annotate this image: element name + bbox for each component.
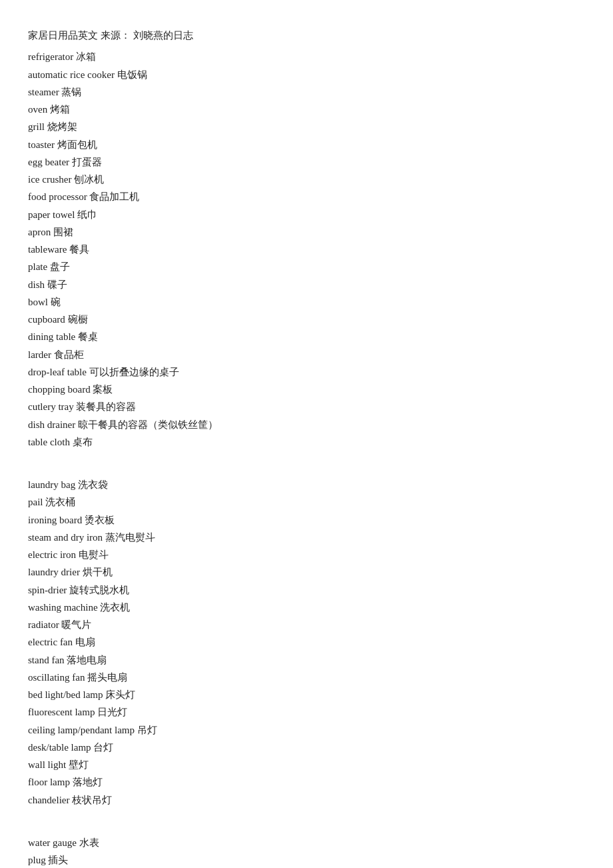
list-item: ceiling lamp/pendant lamp 吊灯 (28, 721, 585, 739)
item-chinese: 烘干机 (83, 567, 113, 577)
item-english: electric iron (28, 549, 76, 560)
list-item: dining table 餐桌 (28, 328, 585, 345)
list-item: plug 插头 (28, 851, 585, 868)
list-item: plate 盘子 (28, 258, 585, 275)
item-chinese: 电熨斗 (79, 549, 109, 560)
item-chinese: 壁灯 (69, 759, 89, 770)
item-english: food processor (28, 191, 87, 202)
item-chinese: 碗 (51, 297, 61, 307)
item-chinese: 电饭锅 (117, 69, 147, 80)
item-chinese: 装餐具的容器 (76, 401, 136, 412)
item-english: dish drainer (28, 419, 75, 430)
item-english: electric fan (28, 637, 73, 647)
item-english: ceiling lamp/pendant lamp (28, 725, 135, 735)
item-chinese: 冰箱 (76, 51, 96, 62)
item-chinese: 烤面包机 (57, 139, 97, 150)
item-english: pail (28, 497, 43, 507)
item-chinese: 桌布 (73, 437, 93, 447)
list-item: ironing board 烫衣板 (28, 511, 585, 529)
item-chinese: 盘子 (50, 261, 70, 272)
item-english: plate (28, 261, 47, 272)
item-english: laundry drier (28, 567, 80, 577)
item-english: bed light/bed lamp (28, 689, 103, 700)
item-english: spin-drier (28, 585, 67, 595)
list-item: electric fan 电扇 (28, 633, 585, 651)
item-chinese: 蒸汽电熨斗 (105, 532, 155, 543)
list-item: table cloth 桌布 (28, 433, 585, 451)
item-chinese: 水表 (79, 837, 99, 848)
list-item: dish drainer 晾干餐具的容器（类似铁丝筐） (28, 416, 585, 433)
item-chinese: 碟子 (47, 279, 67, 290)
item-chinese: 可以折叠边缘的桌子 (89, 367, 179, 377)
item-chinese: 烧烤架 (47, 121, 77, 132)
item-english: oscillating fan (28, 672, 85, 683)
item-english: toaster (28, 139, 55, 150)
list-item: bowl 碗 (28, 293, 585, 311)
list-item: larder 食品柜 (28, 346, 585, 363)
list-item: oven 烤箱 (28, 101, 585, 118)
list-item: cutlery tray 装餐具的容器 (28, 398, 585, 415)
list-item: paper towel 纸巾 (28, 206, 585, 223)
item-chinese: 案板 (93, 384, 113, 395)
list-item: chopping board 案板 (28, 381, 585, 398)
item-english: chandelier (28, 795, 69, 805)
item-english: chopping board (28, 384, 91, 395)
item-chinese: 碗橱 (68, 314, 88, 325)
item-english: dish (28, 279, 45, 290)
page-title: 家居日用品英文 来源： 刘晓燕的日志 (28, 27, 585, 44)
item-chinese: 落地灯 (73, 777, 103, 787)
list-item: laundry drier 烘干机 (28, 563, 585, 581)
list-item: fluorescent lamp 日光灯 (28, 703, 585, 721)
item-english: dining table (28, 331, 75, 342)
item-chinese: 食品柜 (54, 349, 84, 360)
item-chinese: 枝状吊灯 (72, 795, 112, 805)
item-chinese: 台灯 (93, 742, 113, 753)
item-chinese: 烤箱 (50, 104, 70, 115)
item-english: steamer (28, 87, 59, 97)
item-chinese: 打蛋器 (72, 157, 102, 167)
item-english: automatic rice cooker (28, 69, 115, 80)
item-english: table cloth (28, 437, 70, 447)
list-item: chandelier 枝状吊灯 (28, 791, 585, 809)
item-chinese: 餐桌 (78, 331, 98, 342)
list-item: wall light 壁灯 (28, 756, 585, 773)
item-english: desk/table lamp (28, 742, 91, 753)
item-english: drop-leaf table (28, 367, 87, 377)
list-item: steamer 蒸锅 (28, 83, 585, 101)
list-item: automatic rice cooker 电饭锅 (28, 66, 585, 83)
item-chinese: 旋转式脱水机 (69, 585, 129, 595)
item-english: ironing board (28, 515, 82, 525)
list-item: oscillating fan 摇头电扇 (28, 669, 585, 686)
item-chinese: 烫衣板 (85, 515, 115, 525)
item-chinese: 插头 (48, 855, 68, 865)
item-english: fluorescent lamp (28, 707, 95, 717)
list-item: spin-drier 旋转式脱水机 (28, 581, 585, 599)
list-item: floor lamp 落地灯 (28, 773, 585, 791)
item-chinese: 洗衣机 (100, 602, 130, 613)
item-english: steam and dry iron (28, 532, 103, 543)
item-chinese: 暖气片 (61, 619, 91, 630)
item-chinese: 食品加工机 (89, 191, 139, 202)
item-english: wall light (28, 759, 66, 770)
item-chinese: 晾干餐具的容器（类似铁丝筐） (78, 419, 218, 430)
item-english: cutlery tray (28, 401, 74, 412)
list-item: apron 围裙 (28, 223, 585, 241)
list-item: steam and dry iron 蒸汽电熨斗 (28, 529, 585, 546)
list-item: laundry bag 洗衣袋 (28, 476, 585, 493)
list-item: radiator 暖气片 (28, 616, 585, 633)
item-english: tableware (28, 244, 67, 255)
item-english: laundry bag (28, 479, 75, 490)
list-item: desk/table lamp 台灯 (28, 739, 585, 756)
item-english: floor lamp (28, 777, 70, 787)
item-chinese: 落地电扇 (67, 655, 107, 665)
item-english: water gauge (28, 837, 77, 848)
item-english: bowl (28, 297, 48, 307)
section-kitchen: refrigerator 冰箱automatic rice cooker 电饭锅… (28, 48, 585, 451)
item-chinese: 日光灯 (97, 707, 127, 717)
list-item: stand fan 落地电扇 (28, 651, 585, 669)
item-chinese: 餐具 (69, 244, 89, 255)
item-chinese: 电扇 (75, 637, 95, 647)
section-laundry: laundry bag 洗衣袋pail 洗衣桶ironing board 烫衣板… (28, 476, 585, 809)
item-chinese: 围裙 (53, 227, 73, 237)
list-item: pail 洗衣桶 (28, 493, 585, 511)
